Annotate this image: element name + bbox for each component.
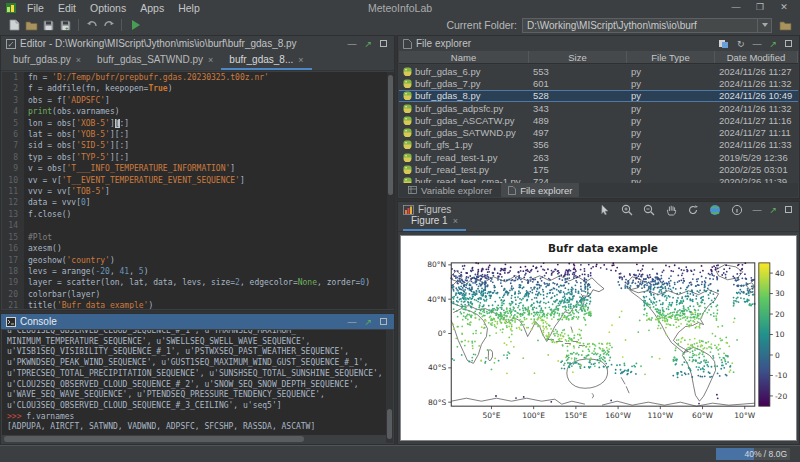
globe-icon[interactable] <box>708 203 722 216</box>
table-row[interactable]: bufr_gfs_1.py356py2024/11/26 11:33 <box>399 139 798 151</box>
editor-minimize-icon[interactable]: — <box>347 39 356 49</box>
rotate-icon[interactable] <box>686 203 700 216</box>
code-line[interactable]: 13f.close() <box>2 209 393 220</box>
menu-item-help[interactable]: Help <box>171 2 207 14</box>
editor-tab-2[interactable]: bufr_gdas_SATWND.py× <box>89 51 221 70</box>
table-row[interactable]: bufr_read_test.py175py2020/2/25 03:01 <box>399 163 798 175</box>
save-as-button[interactable]: + <box>57 17 74 33</box>
column-header-size[interactable]: Size <box>529 51 627 63</box>
menu-item-edit[interactable]: Edit <box>51 2 83 14</box>
dock-tab-file-explorer[interactable]: File explorer <box>501 183 579 197</box>
tab-figure-1[interactable]: Figure 1 × <box>403 212 466 231</box>
pan-hand-icon[interactable] <box>664 203 678 216</box>
table-row[interactable]: bufr_gdas_6.py553py2024/11/26 11:27 <box>399 65 798 77</box>
editor-scroll-thumb[interactable] <box>388 75 393 195</box>
chevron-down-icon[interactable] <box>757 19 771 32</box>
bufr-map-chart[interactable]: Bufr data example 50°E100°E150°E160°W110… <box>401 236 796 440</box>
code-line[interactable]: 10vv = v['T__EVENT_TEMPERATURE_EVENT_SEQ… <box>2 175 393 186</box>
fileexp-float-icon[interactable]: ↗ <box>769 39 777 49</box>
code-line[interactable]: 3obs = f['ADPSFC'] <box>2 95 393 106</box>
table-row[interactable]: bufr_read_test-1.py263py2019/5/29 12:36 <box>399 151 798 163</box>
code-line[interactable]: 12data = vvv[0] <box>2 197 393 208</box>
code-line[interactable]: 11vvv = vv['TOB-5'] <box>2 186 393 197</box>
redo-button[interactable] <box>100 17 117 33</box>
browse-folder-button[interactable] <box>777 17 794 33</box>
close-icon[interactable]: × <box>76 55 81 65</box>
close-icon[interactable]: × <box>453 216 458 226</box>
svg-text:100°E: 100°E <box>522 411 545 420</box>
console-float-icon[interactable]: ↗ <box>364 317 372 327</box>
code-line[interactable]: 7sid = obs['SID-5'][:] <box>2 140 393 151</box>
column-header-date-modified[interactable]: Date Modified <box>715 51 798 63</box>
editor-vertical-scrollbar[interactable] <box>387 72 394 309</box>
menu-item-options[interactable]: Options <box>83 2 133 14</box>
close-icon[interactable]: × <box>208 55 213 65</box>
editor-tab-3[interactable]: bufr_gdas_8...× <box>221 51 311 70</box>
console-maximize-icon[interactable] <box>380 318 387 325</box>
current-folder-combo[interactable]: D:\Working\MIScript\Jython\mis\io\burf <box>522 18 772 33</box>
code-line[interactable]: 19layer = scatter(lon, lat, data, levs, … <box>2 277 393 288</box>
figure-canvas[interactable]: Bufr data example 50°E100°E150°E160°W110… <box>400 235 797 441</box>
minimize-button[interactable]: — <box>724 0 748 15</box>
console-vertical-scrollbar[interactable] <box>386 330 393 443</box>
menu-item-file[interactable]: File <box>20 2 51 14</box>
fileexp-minimize-icon[interactable]: — <box>752 39 761 49</box>
console-output[interactable]: u'CLOU1SEQ_OBSERVED_CLOUD_SEQUENCE_#_1',… <box>2 330 386 435</box>
console-hscroll-thumb[interactable] <box>4 436 304 442</box>
maximize-button[interactable]: ❐ <box>748 0 772 15</box>
table-row[interactable]: bufr_gdas_adpsfc.py343py2024/11/26 11:32 <box>399 102 798 114</box>
save-button[interactable] <box>40 17 57 33</box>
refresh-icon[interactable]: ↻ <box>737 39 745 49</box>
dock-tab-variable-explorer[interactable]: Variable explorer <box>401 183 499 197</box>
editor-tab-1[interactable]: bufr_gdas.py× <box>5 51 89 70</box>
file-table-header: NameSizeFile TypeDate Modified <box>399 51 798 64</box>
table-row[interactable]: bufr_gdas_ASCATW.py489py2024/11/27 11:16 <box>399 114 798 126</box>
menu-item-apps[interactable]: Apps <box>133 2 171 14</box>
console-horizontal-scrollbar[interactable] <box>2 435 386 443</box>
console-scroll-thumb[interactable] <box>387 409 392 439</box>
column-header-file-type[interactable]: File Type <box>627 51 715 63</box>
editor-maximize-icon[interactable] <box>380 40 387 47</box>
close-button[interactable]: ✕ <box>772 0 796 15</box>
table-row[interactable]: bufr_read_test_cma-1.py724py2020/2/26 11… <box>399 176 798 183</box>
cursor-tool-icon[interactable] <box>598 203 612 216</box>
python-file-icon <box>403 153 412 162</box>
code-line[interactable]: 1fn = 'D:/Temp/bufr/prepbufr.gdas.202303… <box>2 72 393 83</box>
code-line[interactable]: 8typ = obs['TYP-5'][:] <box>2 152 393 163</box>
undo-button[interactable] <box>83 17 100 33</box>
code-line[interactable]: 6lat = obs['YOB-5'][:] <box>2 129 393 140</box>
code-line[interactable]: 4print(obs.varnames) <box>2 106 393 117</box>
chart-title: Bufr data example <box>548 242 658 254</box>
close-icon[interactable]: × <box>298 55 303 65</box>
figures-maximize-icon[interactable] <box>785 206 792 213</box>
editor-icon <box>6 39 16 49</box>
console-minimize-icon[interactable]: — <box>347 317 356 327</box>
code-line[interactable]: 17geoshow('country') <box>2 255 393 266</box>
open-folder-button[interactable] <box>23 17 40 33</box>
code-line[interactable]: 14 <box>2 220 393 231</box>
table-row[interactable]: bufr_gdas_7.py601py2024/11/26 11:32 <box>399 77 798 89</box>
fileexp-maximize-icon[interactable] <box>785 40 792 47</box>
run-script-button[interactable] <box>126 17 143 33</box>
console-panel: Console — ↗ u'CLOU1SEQ_OBSERVED_CLOUD_SE… <box>0 313 395 445</box>
identify-icon[interactable] <box>730 203 744 216</box>
figures-minimize-icon[interactable]: — <box>752 205 761 215</box>
code-line[interactable]: 9v = obs['T___INFO_TEMPERATURE_INFORMATI… <box>2 163 393 174</box>
column-header-name[interactable]: Name <box>399 51 529 63</box>
code-line[interactable]: 2f = addfile(fn, keepopen=True) <box>2 83 393 94</box>
code-line[interactable]: 16axesm() <box>2 243 393 254</box>
table-row[interactable]: bufr_gdas_8.py528py2024/11/26 10:49 <box>399 90 798 102</box>
figures-float-icon[interactable]: ↗ <box>769 205 777 215</box>
code-line[interactable]: 21title('Bufr data example') <box>2 300 393 309</box>
zoom-out-icon[interactable] <box>642 203 656 216</box>
copy-path-icon[interactable] <box>718 39 729 49</box>
code-line[interactable]: 5lon = obs['XOB-5'][:] <box>2 118 393 129</box>
code-editor[interactable]: 1fn = 'D:/Temp/bufr/prepbufr.gdas.202303… <box>2 72 393 309</box>
code-line[interactable]: 18levs = arange(-20, 41, 5) <box>2 266 393 277</box>
zoom-in-icon[interactable] <box>620 203 634 216</box>
new-file-button[interactable] <box>6 17 23 33</box>
code-line[interactable]: 15#Plot <box>2 232 393 243</box>
table-row[interactable]: bufr_gdas_SATWND.py497py2024/11/27 11:11 <box>399 126 798 138</box>
code-line[interactable]: 20colorbar(layer) <box>2 289 393 300</box>
editor-float-icon[interactable]: ↗ <box>364 39 372 49</box>
